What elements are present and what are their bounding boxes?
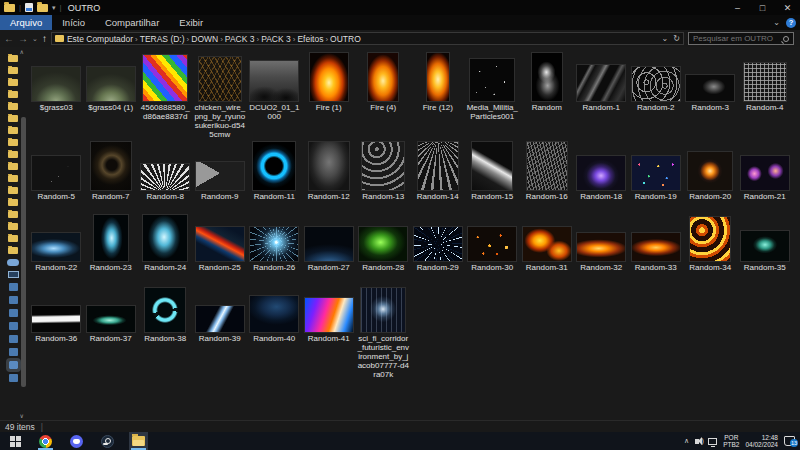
nav-scroll-down-icon[interactable]: ∨ — [20, 412, 24, 419]
file-item[interactable]: chicken_wire_png_by_ryunosukerikuo-d545c… — [193, 53, 248, 139]
tab-inicio[interactable]: Início — [52, 15, 95, 30]
file-item[interactable]: Random-5 — [29, 142, 84, 210]
file-item[interactable]: Random-26 — [247, 213, 302, 281]
tree-folder-icon[interactable] — [8, 199, 18, 206]
file-item[interactable]: Random-35 — [738, 213, 793, 281]
file-item[interactable]: Random-15 — [465, 142, 520, 210]
tree-folder-icon[interactable] — [8, 151, 18, 158]
tree-folder-icon[interactable] — [8, 163, 18, 170]
tree-folder-icon[interactable] — [8, 211, 18, 218]
clock[interactable]: 12:48 04/02/2024 — [745, 434, 778, 449]
language-indicator[interactable]: POR PTB2 — [723, 434, 739, 449]
file-item[interactable]: Random-37 — [84, 284, 139, 379]
file-item[interactable]: Random-21 — [738, 142, 793, 210]
breadcrumb-item[interactable]: Este Computador — [67, 34, 133, 44]
file-item[interactable]: Fire (12) — [411, 53, 466, 139]
network-icon[interactable] — [708, 438, 717, 445]
tree-folder-icon[interactable] — [8, 103, 18, 110]
taskbar-steam[interactable] — [98, 432, 117, 450]
file-item[interactable]: $grass03 — [29, 53, 84, 139]
file-item[interactable]: Random-2 — [629, 53, 684, 139]
file-item[interactable]: Random-18 — [574, 142, 629, 210]
file-item[interactable]: Random-24 — [138, 213, 193, 281]
tree-folder-icon[interactable] — [8, 187, 18, 194]
file-item[interactable]: Random-29 — [411, 213, 466, 281]
tree-item-icon[interactable] — [9, 348, 18, 356]
back-button[interactable]: ← — [4, 34, 14, 44]
file-item[interactable]: DCUO2_01_1000 — [247, 53, 302, 139]
tree-folder-icon[interactable] — [8, 235, 18, 242]
file-item[interactable]: Random-7 — [84, 142, 139, 210]
search-input[interactable] — [693, 34, 780, 43]
notification-center-icon[interactable]: 13 — [784, 436, 795, 446]
file-item[interactable]: Fire (1) — [302, 53, 357, 139]
file-item[interactable]: Random-34 — [683, 213, 738, 281]
file-item[interactable]: Random-41 — [302, 284, 357, 379]
onedrive-icon[interactable] — [7, 259, 19, 266]
tree-folder-icon[interactable] — [8, 67, 18, 74]
file-item[interactable]: Random-14 — [411, 142, 466, 210]
file-item[interactable]: Random — [520, 53, 575, 139]
qat-customize-chevron-icon[interactable]: ▾ — [52, 4, 56, 12]
refresh-icon[interactable]: ↻ — [673, 34, 680, 43]
file-item[interactable]: Random-25 — [193, 213, 248, 281]
file-item[interactable]: Random-28 — [356, 213, 411, 281]
start-button[interactable] — [7, 432, 24, 450]
file-item[interactable]: Random-12 — [302, 142, 357, 210]
address-dropdown-chevron-icon[interactable]: ⌄ — [662, 34, 669, 43]
tree-folder-icon[interactable] — [8, 127, 18, 134]
file-item[interactable]: Random-23 — [84, 213, 139, 281]
tab-arquivo[interactable]: Arquivo — [0, 15, 52, 30]
tab-compartilhar[interactable]: Compartilhar — [95, 15, 169, 30]
tree-item-icon[interactable] — [9, 322, 18, 330]
file-item[interactable]: Random-11 — [247, 142, 302, 210]
breadcrumb-item[interactable]: TERAS (D:) — [140, 34, 185, 44]
recent-locations-chevron-icon[interactable]: ⌄ — [32, 35, 38, 43]
tree-item-icon[interactable] — [9, 335, 18, 343]
address-bar[interactable]: Este Computador›TERAS (D:)›DOWN›PACK 3›P… — [51, 32, 684, 45]
tree-folder-icon[interactable] — [8, 79, 18, 86]
navigation-pane[interactable]: ∧ ∨ — [0, 47, 26, 420]
file-item[interactable]: Random-20 — [683, 142, 738, 210]
taskbar-file-explorer[interactable] — [129, 432, 148, 450]
ribbon-collapse-chevron-icon[interactable]: ⌄ — [773, 18, 780, 27]
tree-item-icon[interactable] — [9, 374, 18, 382]
file-item[interactable]: 4560888580_d86ae8837d — [138, 53, 193, 139]
file-item[interactable]: Random-16 — [520, 142, 575, 210]
tree-folder-icon[interactable] — [8, 175, 18, 182]
breadcrumb-item[interactable]: PACK 3 — [225, 34, 255, 44]
file-item[interactable]: Random-13 — [356, 142, 411, 210]
tree-folder-icon[interactable] — [8, 139, 18, 146]
properties-icon[interactable] — [25, 3, 33, 12]
new-folder-icon[interactable] — [37, 4, 48, 12]
file-item[interactable]: Random-27 — [302, 213, 357, 281]
file-item[interactable]: Media_Militia_Particles001 — [465, 53, 520, 139]
minimize-button[interactable]: – — [725, 0, 750, 15]
forward-button[interactable]: → — [18, 34, 28, 44]
tree-folder-icon[interactable] — [8, 223, 18, 230]
file-item[interactable]: Random-31 — [520, 213, 575, 281]
tree-item-icon[interactable] — [9, 296, 18, 304]
tree-item-icon[interactable] — [9, 283, 18, 291]
tree-folder-icon[interactable] — [8, 55, 18, 62]
file-item[interactable]: Random-19 — [629, 142, 684, 210]
tree-item-icon[interactable] — [9, 309, 18, 317]
file-item[interactable]: Random-22 — [29, 213, 84, 281]
help-icon[interactable]: ? — [786, 18, 796, 28]
tab-exibir[interactable]: Exibir — [169, 15, 213, 30]
file-item[interactable]: Random-1 — [574, 53, 629, 139]
search-box[interactable] — [688, 32, 794, 45]
this-pc-icon[interactable] — [8, 271, 19, 278]
taskbar-discord[interactable] — [67, 432, 86, 450]
file-item[interactable]: Random-39 — [193, 284, 248, 379]
tree-item-icon[interactable] — [9, 361, 18, 369]
nav-scroll-up-icon[interactable]: ∧ — [20, 48, 24, 55]
close-button[interactable]: ✕ — [775, 0, 800, 15]
file-item[interactable]: sci_fi_corridor_futuristic_environment_b… — [356, 284, 411, 379]
file-item[interactable]: Random-8 — [138, 142, 193, 210]
up-button[interactable]: ↑ — [42, 34, 47, 44]
file-item[interactable]: Random-32 — [574, 213, 629, 281]
file-item[interactable]: Random-30 — [465, 213, 520, 281]
breadcrumb-item[interactable]: PACK 3 — [261, 34, 291, 44]
maximize-button[interactable]: □ — [750, 0, 775, 15]
